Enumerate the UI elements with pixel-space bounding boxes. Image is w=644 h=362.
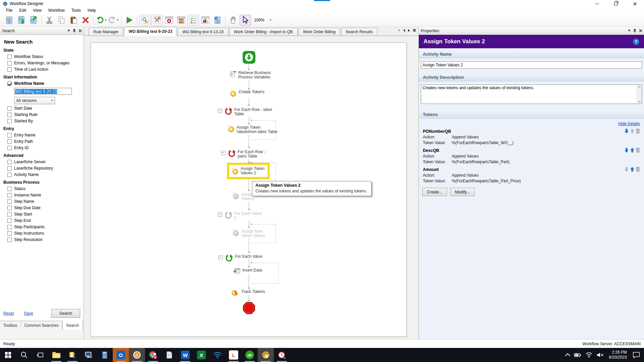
create-token-button[interactable]: Create...	[422, 188, 447, 196]
checkbox-icon[interactable]	[7, 231, 12, 236]
pin-icon[interactable]	[73, 29, 76, 33]
zoom-dropdown-button[interactable]	[267, 15, 274, 25]
file-explorer-button[interactable]	[48, 348, 64, 362]
checkbox-starting-rule[interactable]: Starting Rule	[7, 112, 84, 117]
checkbox-icon[interactable]	[7, 133, 12, 137]
cut-button[interactable]	[44, 15, 55, 25]
checkbox-icon[interactable]	[7, 119, 12, 123]
menu-tools[interactable]: Tools	[68, 7, 84, 13]
calculator-button[interactable]	[97, 348, 113, 362]
toolbox-view-button[interactable]	[151, 15, 163, 25]
tasks-view-button[interactable]	[188, 15, 199, 25]
checkbox-entry-name[interactable]: Entry Name	[7, 133, 84, 137]
collapse-icon[interactable]	[221, 151, 226, 155]
checkbox-icon[interactable]	[7, 212, 12, 217]
checkbox-step-due-date[interactable]: Step Due Date	[7, 205, 84, 210]
checkbox-icon[interactable]	[7, 173, 12, 177]
open-workflow-button[interactable]	[16, 15, 27, 25]
new-workflow-button[interactable]	[4, 15, 15, 25]
tab-toolbox[interactable]: Toolbox	[0, 321, 21, 330]
start-node-icon[interactable]	[243, 51, 255, 64]
node-for-each-value[interactable]: For Each Value	[218, 254, 262, 263]
close-tab-icon[interactable]	[413, 29, 416, 32]
pan-tool-button[interactable]	[228, 15, 239, 25]
tray-expand-icon[interactable]	[565, 353, 570, 358]
notepad-button[interactable]	[161, 348, 177, 362]
tab-list-dropdown-icon[interactable]	[398, 30, 400, 31]
node-assign-token-values-2-highlighted[interactable]: Assign Token Values 2	[228, 163, 269, 179]
workflow-view-button[interactable]	[176, 15, 187, 25]
menu-workflow[interactable]: Workflow	[45, 7, 68, 13]
move-down-icon[interactable]	[624, 167, 629, 172]
node-track-tokens[interactable]: Track Tokens	[231, 289, 265, 297]
node-for-each-row-parts[interactable]: For Each Row - parts Table	[221, 149, 265, 159]
checkbox-icon[interactable]	[7, 139, 12, 144]
wifi-app-button[interactable]	[209, 348, 226, 362]
checkbox-icon[interactable]	[7, 67, 12, 72]
pin-icon[interactable]	[633, 29, 636, 33]
move-up-icon[interactable]	[630, 147, 635, 153]
move-down-icon[interactable]	[624, 128, 629, 134]
checkbox-step-start[interactable]: Step Start	[7, 212, 84, 217]
minimize-button[interactable]	[588, 0, 606, 7]
close-button[interactable]	[625, 0, 644, 7]
checkbox-errors-warnings[interactable]: Errors, Warnings, or Messages	[7, 61, 84, 65]
search-view-button[interactable]	[139, 15, 151, 25]
checkbox-icon[interactable]	[7, 106, 12, 111]
checkbox-icon[interactable]	[7, 61, 12, 65]
panel-close-icon[interactable]	[79, 29, 82, 32]
node-for-each-row-labor[interactable]: For Each Row - labor Table	[218, 107, 272, 116]
collapse-icon[interactable]	[218, 109, 222, 113]
wifi-icon[interactable]	[586, 352, 592, 358]
battery-icon[interactable]	[574, 353, 581, 357]
checkbox-laserfiche-server[interactable]: Laserfiche Server	[7, 160, 84, 164]
checkbox-entry-id[interactable]: Entry ID	[7, 145, 84, 150]
checkbox-start-date[interactable]: Start Date	[7, 106, 84, 111]
doc-tab-rule-manager[interactable]: Rule Manager	[89, 28, 123, 36]
delete-token-icon[interactable]	[636, 128, 640, 134]
notifications-icon[interactable]	[633, 352, 640, 358]
checkbox-icon[interactable]	[7, 160, 12, 164]
publish-workflow-button[interactable]	[28, 15, 39, 25]
checkbox-step-end[interactable]: Step End	[7, 218, 84, 223]
panel-menu-icon[interactable]	[628, 30, 631, 32]
checkbox-step-name[interactable]: Step Name	[7, 199, 84, 204]
errors-view-button[interactable]	[163, 15, 175, 25]
panel-close-icon[interactable]	[639, 29, 642, 32]
checkbox-icon[interactable]	[7, 113, 12, 117]
workflow-name-input[interactable]: WO Billing test 6-20-23	[14, 88, 72, 95]
redo-button[interactable]	[108, 15, 119, 25]
chrome-button[interactable]: S	[145, 348, 161, 362]
doc-tab-wo-billing-test-6-13-23[interactable]: WO Billing test 6-13-23	[178, 28, 228, 36]
select-tool-button[interactable]	[240, 15, 251, 25]
taskbar-search-button[interactable]	[16, 348, 32, 362]
checkbox-step-instructions[interactable]: Step Instructions	[7, 231, 84, 236]
checkbox-workflow-name[interactable]: Workflow Name	[7, 81, 84, 86]
search-button[interactable]: Search	[51, 309, 80, 318]
checkbox-icon[interactable]	[7, 146, 12, 150]
doc-tab-wo-billing-test-6-20-23[interactable]: WO Billing test 6-20-23	[124, 27, 177, 36]
task-view-button[interactable]	[32, 348, 48, 362]
move-up-icon[interactable]	[630, 128, 635, 134]
checkbox-icon[interactable]	[7, 193, 12, 197]
checkbox-activity-name[interactable]: Activity Name	[7, 172, 84, 177]
checkbox-entry-path[interactable]: Entry Path	[7, 139, 84, 144]
panel-menu-icon[interactable]	[67, 30, 70, 32]
doc-tab-work-order-billing[interactable]: Work Order Billing	[298, 28, 340, 36]
scroll-tabs-right-icon[interactable]	[408, 29, 410, 32]
taskbar-clock[interactable]: 2:26 PM 6/20/2023	[609, 350, 627, 360]
checkbox-icon[interactable]	[7, 219, 12, 223]
laserfiche-button[interactable]: L	[226, 348, 242, 362]
checkbox-icon[interactable]	[7, 199, 12, 204]
checkbox-instance-name[interactable]: Instance Name	[7, 193, 84, 197]
sync-app-button[interactable]	[64, 348, 81, 362]
node-assign-new-token-values[interactable]: Assign New Token Values	[232, 229, 265, 238]
checkbox-icon[interactable]	[7, 55, 12, 59]
tab-search[interactable]: Search	[62, 321, 83, 330]
checkbox-checked-icon[interactable]	[7, 81, 12, 86]
node-for-each-value-2[interactable]: For Each Value 2	[218, 211, 262, 220]
quickbooks-button[interactable]: qb	[242, 348, 258, 362]
checkbox-icon[interactable]	[7, 206, 12, 210]
scroll-up-icon[interactable]	[638, 86, 641, 87]
node-retrieve-business-process-variables[interactable]: Retrieve Business Process Variables	[230, 70, 271, 79]
